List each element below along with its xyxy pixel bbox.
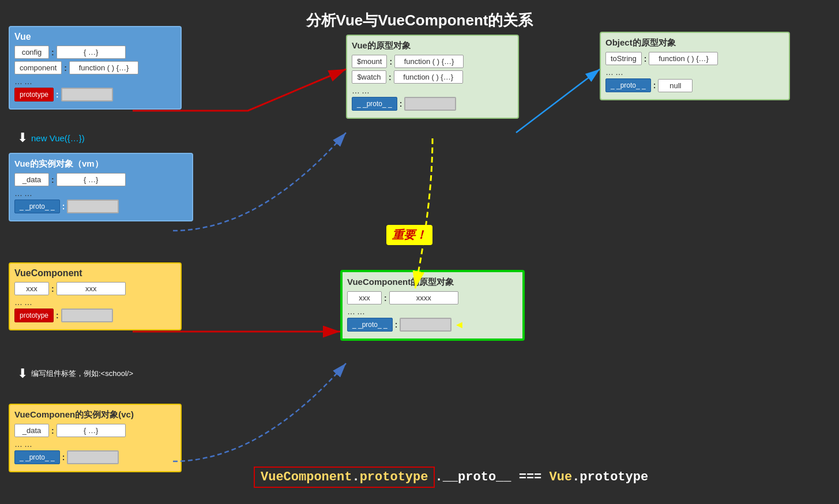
- new-vue-arrow: ⬇: [17, 130, 28, 145]
- vm-data-val: { …}: [57, 173, 126, 186]
- vc-prototype-row: prototype :: [14, 309, 176, 322]
- vcp-xxx-val: xxxx: [389, 291, 458, 304]
- write-component-label: ⬇ 编写组件标签，例如:<school/>: [17, 366, 133, 381]
- formula-box: VueComponent.prototype: [254, 467, 435, 488]
- vue-proto-box: Vue的原型对象 $mount : function ( ) {…} $watc…: [346, 35, 519, 119]
- new-vue-text: new Vue({…}): [31, 133, 85, 143]
- vcp-xxx-row: xxx : xxxx: [347, 291, 518, 304]
- vm-data-key: _data: [14, 173, 49, 186]
- obj-proto-title: Object的原型对象: [605, 37, 784, 48]
- vue-instance-box: Vue的实例对象（vm） _data : { …} …… _ _proto_ _…: [9, 153, 193, 221]
- vci-dots: ……: [14, 439, 176, 449]
- vc-prototype-key: prototype: [14, 309, 54, 322]
- vci-proto-row: _ _proto_ _ :: [14, 450, 176, 464]
- vue-component-val: function ( ) {…}: [69, 61, 138, 74]
- vcp-proto-row: _ _proto_ _ : ◄: [347, 318, 518, 332]
- formula-vue-proto: prototype: [580, 470, 648, 484]
- vue-dots: ……: [14, 77, 176, 86]
- vci-proto-key: _ _proto_ _: [14, 450, 60, 464]
- vc-instance-box: VueComponen的实例对象(vc) _data : { …} …… _ _…: [9, 404, 182, 472]
- vue-instance-title: Vue的实例对象（vm）: [14, 159, 187, 170]
- obj-proto-box: Object的原型对象 toString : function ( ) {…} …: [600, 32, 790, 100]
- vp-proto-val: [404, 97, 456, 111]
- vc-xxx-val: xxx: [57, 282, 126, 295]
- vp-mount-val: function ( ) {…}: [394, 55, 464, 68]
- formula-prototype: prototype: [360, 470, 428, 484]
- vm-proto-val: [67, 200, 119, 213]
- vcp-proto-key: _ _proto_ _: [347, 318, 393, 332]
- op-dots: ……: [605, 67, 784, 77]
- vm-data-row: _data : { …}: [14, 173, 187, 186]
- vuecomponent-box: VueComponent xxx : xxx …… prototype :: [9, 262, 182, 330]
- vp-watch-row: $watch : function ( ) {…}: [352, 70, 513, 84]
- formula-dot3: .: [572, 470, 580, 484]
- formula: VueComponent.prototype .__proto__ === Vu…: [254, 467, 648, 488]
- vp-mount-key: $mount: [352, 55, 387, 68]
- vue-component-key: component: [14, 61, 62, 74]
- vc-proto-box: VueComponent的原型对象 xxx : xxxx …… _ _proto…: [340, 270, 525, 341]
- vue-config-val: { …}: [57, 46, 126, 59]
- vue-config-key: config: [14, 46, 49, 59]
- formula-dot1: .: [352, 470, 359, 484]
- vue-prototype-val: [61, 88, 113, 101]
- vc-xxx-row: xxx : xxx: [14, 282, 176, 295]
- formula-vc-proto: VueComponent: [261, 470, 352, 484]
- vue-component-row: component : function ( ) {…}: [14, 61, 176, 74]
- vc-instance-title: VueComponen的实例对象(vc): [14, 409, 176, 420]
- vci-data-val: { …}: [57, 424, 126, 437]
- vp-watch-key: $watch: [352, 70, 386, 84]
- vm-proto-key: _ _proto_ _: [14, 200, 60, 213]
- vue-box-title: Vue: [14, 32, 176, 42]
- op-proto-row: _ _proto_ _ : null: [605, 78, 784, 92]
- formula-vue: Vue: [550, 470, 573, 484]
- write-component-text: 编写组件标签，例如:<school/>: [31, 368, 133, 379]
- vue-prototype-row: prototype :: [14, 88, 176, 101]
- vc-xxx-key: xxx: [14, 282, 49, 295]
- op-proto-key: _ _proto_ _: [605, 78, 651, 92]
- vue-config-row: config : { …}: [14, 46, 176, 59]
- vm-dots: ……: [14, 189, 187, 198]
- vcp-xxx-key: xxx: [347, 291, 382, 304]
- vci-data-key: _data: [14, 424, 49, 437]
- vp-mount-row: $mount : function ( ) {…}: [352, 55, 513, 68]
- formula-equals: ===: [511, 470, 550, 484]
- important-badge: 重要！: [386, 225, 432, 245]
- vc-proto-title: VueComponent的原型对象: [347, 277, 518, 288]
- vcp-proto-val: [400, 318, 452, 332]
- op-proto-val: null: [658, 79, 693, 92]
- vci-proto-val: [67, 450, 119, 464]
- vp-proto-key: _ _proto_ _: [352, 97, 397, 111]
- vci-data-row: _data : { …}: [14, 424, 176, 437]
- vm-proto-row: _ _proto_ _ :: [14, 200, 187, 213]
- vue-prototype-key: prototype: [14, 88, 54, 101]
- new-vue-label: ⬇ new Vue({…}): [17, 130, 85, 145]
- op-tostring-val: function ( ) {…}: [649, 52, 718, 65]
- formula-proto2: .__proto__: [435, 470, 511, 484]
- op-tostring-key: toString: [605, 52, 642, 65]
- vp-proto-row: _ _proto_ _ :: [352, 97, 513, 111]
- vue-box: Vue config : { …} component : function (…: [9, 26, 182, 110]
- vc-prototype-val: [61, 309, 113, 322]
- vc-dots: ……: [14, 298, 176, 307]
- vuecomponent-title: VueComponent: [14, 268, 176, 279]
- vcp-dots: ……: [347, 307, 518, 316]
- write-component-arrow: ⬇: [17, 366, 28, 381]
- vp-watch-val: function ( ) {…}: [394, 70, 463, 84]
- vcp-arrow-indicator: ◄: [454, 319, 464, 331]
- op-tostring-row: toString : function ( ) {…}: [605, 52, 784, 65]
- vue-proto-title: Vue的原型对象: [352, 40, 513, 51]
- vp-dots: ……: [352, 86, 513, 95]
